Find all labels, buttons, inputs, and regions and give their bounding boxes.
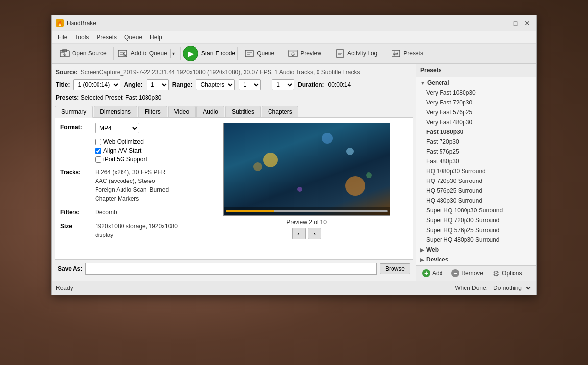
angle-select[interactable]: 1: [147, 79, 169, 90]
duration-label: Duration:: [298, 81, 324, 88]
presets-toolbar-label: Presets: [403, 50, 423, 57]
add-to-queue-button[interactable]: Add to Queue ▾: [116, 46, 178, 61]
preset-group-devices[interactable]: ▶ Devices: [416, 255, 536, 264]
align-av-checkbox[interactable]: [95, 148, 101, 154]
tab-video[interactable]: Video: [168, 106, 196, 117]
sep2: [180, 47, 181, 60]
preset-group-general[interactable]: ▼ General: [416, 78, 536, 88]
menu-presets[interactable]: Presets: [93, 32, 121, 42]
app-icon: 🔥: [56, 19, 64, 27]
presets-button[interactable]: Presets: [386, 46, 428, 61]
close-button[interactable]: ✕: [522, 18, 532, 28]
duration-value: 00:00:14: [328, 81, 351, 88]
when-done: When Done: Do nothing: [455, 283, 532, 293]
ipod-checkbox[interactable]: [95, 156, 101, 163]
tab-audio[interactable]: Audio: [196, 106, 224, 117]
menu-tools[interactable]: Tools: [71, 32, 93, 42]
checkbox-web-optimized[interactable]: Web Optimized: [95, 138, 197, 145]
preview-controls: ‹ ›: [292, 228, 321, 239]
maximize-button[interactable]: □: [511, 18, 520, 28]
add-queue-dropdown-arrow[interactable]: ▾: [170, 49, 177, 58]
presets-panel-header: Presets: [416, 64, 536, 77]
svg-point-12: [394, 54, 395, 56]
to-select[interactable]: 1: [272, 79, 294, 90]
track-line-3: Chapter Markers: [95, 194, 169, 203]
preset-superhq-576[interactable]: Super HQ 576p25 Surround: [416, 225, 536, 235]
tracks-row: Tracks: H.264 (x264), 30 FPS PFR AAC (av…: [60, 168, 197, 203]
from-select[interactable]: 1: [239, 79, 261, 90]
format-select[interactable]: MP4: [95, 123, 139, 133]
sep1: [113, 47, 114, 60]
status-bar: Ready When Done: Do nothing: [52, 281, 536, 295]
tab-chapters[interactable]: Chapters: [262, 106, 298, 117]
preset-hq-480[interactable]: HQ 480p30 Surround: [416, 196, 536, 206]
preset-very-fast-576[interactable]: Very Fast 576p25: [416, 107, 536, 117]
video-preview: [223, 123, 390, 216]
add-preset-button[interactable]: + Add: [420, 268, 444, 278]
play-icon: ▶: [188, 49, 194, 58]
menu-queue[interactable]: Queue: [121, 32, 146, 42]
web-optimized-label: Web Optimized: [103, 138, 144, 145]
start-encode-button[interactable]: ▶: [183, 46, 198, 61]
next-preview-button[interactable]: ›: [308, 228, 321, 239]
web-label: Web: [426, 246, 439, 253]
preset-superhq-480[interactable]: Super HQ 480p30 Surround: [416, 235, 536, 245]
angle-label: Angle:: [124, 81, 142, 88]
title-bar: 🔥 HandBrake — □ ✕: [52, 15, 536, 31]
range-select[interactable]: Chapters: [196, 79, 235, 90]
web-optimized-checkbox[interactable]: [95, 139, 101, 145]
options-preset-button[interactable]: ⚙ Options: [490, 268, 524, 278]
tab-subtitles[interactable]: Subtitles: [225, 106, 261, 117]
checkbox-align-av[interactable]: Align A/V Start: [95, 147, 197, 154]
presets-selected-value: Selected Preset: Fast 1080p30: [81, 94, 162, 101]
title-select[interactable]: 1 (00:00:14): [74, 79, 120, 90]
preset-very-fast-480[interactable]: Very Fast 480p30: [416, 117, 536, 127]
track-line-0: H.264 (x264), 30 FPS PFR: [95, 168, 169, 177]
options-row: Title: 1 (00:00:14) Angle: 1 Range: Chap…: [55, 78, 413, 92]
queue-button[interactable]: Queue: [240, 46, 279, 61]
minimize-button[interactable]: —: [499, 18, 509, 28]
svg-point-10: [394, 52, 395, 53]
size-value: 1920x1080 storage, 1920x1080 display: [95, 222, 197, 239]
activity-log-button[interactable]: Activity Log: [330, 46, 382, 61]
tab-filters[interactable]: Filters: [138, 106, 167, 117]
devices-arrow: ▶: [420, 257, 424, 262]
checkbox-ipod[interactable]: iPod 5G Support: [95, 156, 197, 163]
open-source-button[interactable]: Open Source: [55, 46, 111, 61]
preset-hq-720[interactable]: HQ 720p30 Surround: [416, 176, 536, 186]
preset-hq-1080[interactable]: HQ 1080p30 Surround: [416, 166, 536, 176]
activity-log-label: Activity Log: [347, 50, 377, 57]
preset-fast-1080[interactable]: Fast 1080p30: [416, 127, 536, 137]
preset-group-web[interactable]: ▶ Web: [416, 245, 536, 255]
when-done-select[interactable]: Do nothing: [490, 283, 532, 293]
preset-fast-576[interactable]: Fast 576p25: [416, 147, 536, 156]
save-as-input[interactable]: [85, 263, 377, 275]
format-label: Format:: [60, 123, 92, 130]
queue-label: Queue: [257, 50, 274, 57]
tab-summary[interactable]: Summary: [55, 106, 93, 118]
menu-help[interactable]: Help: [146, 32, 166, 42]
web-arrow: ▶: [420, 247, 424, 253]
prev-preview-button[interactable]: ‹: [292, 228, 306, 239]
devices-label: Devices: [426, 256, 448, 263]
svg-rect-4: [245, 50, 253, 57]
tab-dimensions[interactable]: Dimensions: [94, 106, 137, 117]
preset-very-fast-1080[interactable]: Very Fast 1080p30: [416, 88, 536, 98]
save-row: Save As: Browse: [55, 260, 413, 278]
browse-button[interactable]: Browse: [380, 263, 410, 274]
preview-icon: [288, 48, 298, 59]
size-label: Size:: [60, 222, 92, 230]
track-line-1: AAC (avcodec), Stereo: [95, 177, 169, 185]
preset-superhq-720[interactable]: Super HQ 720p30 Surround: [416, 215, 536, 225]
preset-very-fast-720[interactable]: Very Fast 720p30: [416, 98, 536, 107]
filters-label: Filters:: [60, 208, 92, 216]
menu-file[interactable]: File: [54, 32, 71, 42]
sep6: [384, 47, 384, 60]
preset-superhq-1080[interactable]: Super HQ 1080p30 Surround: [416, 206, 536, 215]
range-label: Range:: [172, 81, 193, 88]
preset-fast-480[interactable]: Fast 480p30: [416, 156, 536, 166]
preset-hq-576[interactable]: HQ 576p25 Surround: [416, 186, 536, 196]
preset-fast-720[interactable]: Fast 720p30: [416, 137, 536, 147]
remove-preset-button[interactable]: – Remove: [449, 268, 485, 278]
preview-button[interactable]: Preview: [283, 46, 326, 61]
